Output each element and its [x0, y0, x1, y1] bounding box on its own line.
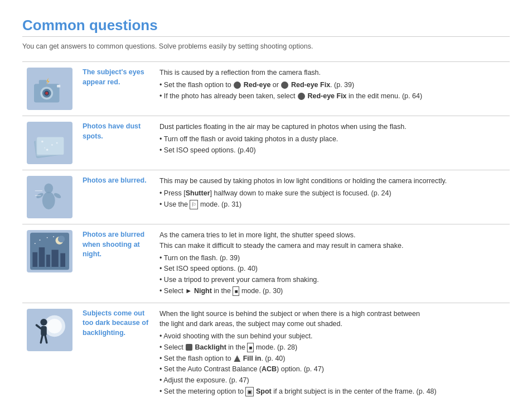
table-row: Photos are blurred when shooting at nigh…: [22, 224, 510, 303]
svg-rect-27: [46, 255, 50, 267]
svg-point-11: [41, 141, 43, 143]
desc-cell-dust: Dust particles floating in the air may b…: [155, 116, 510, 170]
svg-rect-25: [32, 252, 37, 267]
desc-intro-dust: Dust particles floating in the air may b…: [159, 123, 407, 131]
svg-point-33: [53, 236, 54, 237]
label-blurred: Photos are blurred.: [83, 176, 147, 184]
label-cell-red-eye: The subject's eyes appear red.: [77, 62, 155, 116]
image-cell-backlight: [22, 303, 77, 402]
image-cell-night: [22, 224, 77, 303]
desc-cell-night: As the camera tries to let in more light…: [155, 224, 510, 303]
bullet-item: Use a tripod to prevent your camera from…: [159, 275, 505, 285]
bullet-item: Avoid shooting with the sun behind your …: [159, 331, 505, 342]
image-dust: [27, 122, 72, 164]
bullet-item: Select ► Night in the ■ mode. (p. 30): [159, 286, 505, 296]
svg-point-14: [56, 142, 58, 144]
desc-intro-blurred: This may be caused by taking photos in l…: [159, 177, 447, 185]
bullets-blurred: Press [Shutter] halfway down to make sur…: [159, 188, 505, 210]
svg-point-24: [58, 236, 65, 242]
desc-cell-backlight: When the light source is behind the subj…: [155, 303, 510, 402]
bullet-item: Set the flash option to Fill in. (p. 40): [159, 353, 505, 364]
svg-line-40: [45, 336, 47, 342]
desc-cell-blurred: This may be caused by taking photos in l…: [155, 170, 510, 224]
bullet-item: Turn off the flash or avoid taking photo…: [159, 134, 505, 145]
bullet-item: Set ISO speed options. (p.40): [159, 145, 505, 156]
label-cell-night: Photos are blurred when shooting at nigh…: [77, 224, 155, 303]
desc-cell-red-eye: This is caused by a reflection from the …: [155, 62, 510, 116]
bullets-dust: Turn off the flash or avoid taking photo…: [159, 134, 505, 156]
svg-rect-37: [41, 326, 47, 336]
bullet-item: Set the Auto Contrast Balance (ACB) opti…: [159, 364, 505, 375]
label-cell-blurred: Photos are blurred.: [77, 170, 155, 224]
image-night: [27, 230, 72, 272]
svg-point-32: [35, 243, 36, 244]
svg-point-30: [40, 240, 41, 241]
svg-point-15: [44, 147, 45, 149]
label-backlight: Subjects come out too dark because of ba…: [83, 309, 148, 337]
label-red-eye: The subject's eyes appear red.: [83, 68, 144, 86]
svg-rect-10: [37, 137, 64, 155]
bullet-item: Adjust the exposure. (p. 47): [159, 375, 505, 386]
page-subtitle: You can get answers to common questions.…: [22, 42, 510, 50]
bullet-item: Use the ⚐ mode. (p. 31): [159, 199, 505, 210]
desc-intro-night: As the camera tries to let in more light…: [159, 231, 403, 250]
image-red-eye: [27, 68, 72, 110]
image-backlight: [27, 309, 72, 351]
svg-line-39: [41, 336, 42, 342]
svg-rect-6: [57, 85, 60, 87]
svg-point-17: [42, 192, 55, 209]
title-divider: [22, 36, 510, 37]
bullet-item: Select Backlight in the ■ mode. (p. 28): [159, 342, 505, 353]
image-cell-blurred: [22, 170, 77, 224]
bullet-item: Set the metering option to ▣ Spot if a b…: [159, 386, 505, 397]
table-row: Subjects come out too dark because of ba…: [22, 303, 510, 402]
svg-point-31: [47, 237, 48, 238]
faq-table: The subject's eyes appear red. This is c…: [22, 61, 510, 402]
svg-point-36: [40, 318, 47, 325]
table-row: Photos are blurred. This may be caused b…: [22, 170, 510, 224]
bullet-item: If the photo has already been taken, sel…: [159, 91, 505, 102]
table-row: Photos have dust spots. Dust particles f…: [22, 116, 510, 170]
image-cell-dust: [22, 116, 77, 170]
bullet-item: Set ISO speed options. (p. 40): [159, 264, 505, 274]
bullet-item: Set the flash option to Red-eye or Red-e…: [159, 80, 505, 90]
svg-rect-28: [52, 250, 59, 267]
bullets-night: Turn on the flash. (p. 39) Set ISO speed…: [159, 253, 505, 296]
svg-point-35: [47, 318, 62, 333]
image-blurred: [27, 176, 72, 218]
svg-point-5: [45, 92, 48, 94]
label-dust: Photos have dust spots.: [83, 122, 141, 140]
label-cell-dust: Photos have dust spots.: [77, 116, 155, 170]
svg-rect-1: [39, 80, 47, 85]
bullets-red-eye: Set the flash option to Red-eye or Red-e…: [159, 80, 505, 102]
svg-point-12: [51, 144, 53, 146]
label-night: Photos are blurred when shooting at nigh…: [83, 231, 144, 258]
image-cell-red-eye: [22, 62, 77, 116]
label-cell-backlight: Subjects come out too dark because of ba…: [77, 303, 155, 402]
desc-intro-red-eye: This is caused by a reflection from the …: [159, 69, 321, 76]
bullets-backlight: Avoid shooting with the sun behind your …: [159, 331, 505, 397]
page-title: Common questions: [22, 17, 510, 34]
desc-intro-backlight: When the light source is behind the subj…: [159, 310, 420, 328]
table-row: The subject's eyes appear red. This is c…: [22, 62, 510, 116]
bullet-item: Press [Shutter] halfway down to make sur…: [159, 188, 505, 199]
svg-point-13: [46, 149, 49, 151]
svg-rect-29: [60, 253, 65, 267]
svg-rect-26: [39, 247, 45, 267]
svg-line-38: [36, 325, 41, 328]
bullet-item: Turn on the flash. (p. 39): [159, 253, 505, 264]
